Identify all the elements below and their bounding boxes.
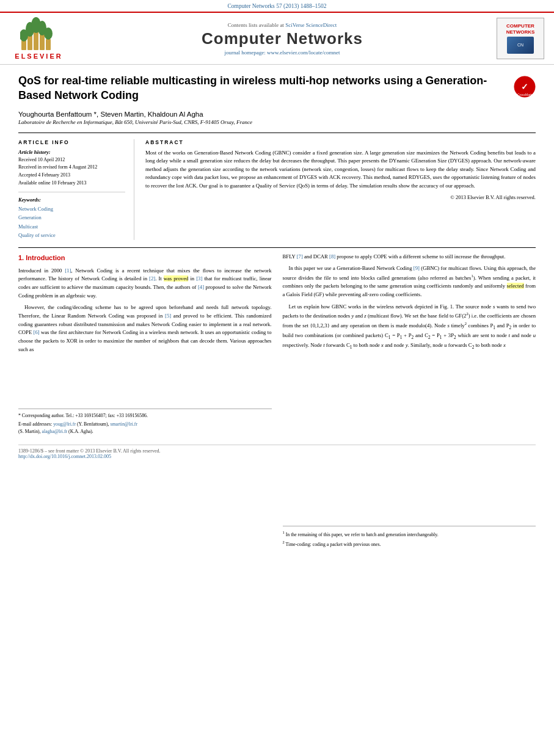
- svg-rect-0: [21, 40, 26, 50]
- footnote-3: 1 In the remaining of this paper, we ref…: [283, 529, 536, 538]
- history-label: Article history:: [18, 149, 125, 155]
- keyword-3[interactable]: Multicast: [18, 222, 125, 231]
- ref-4[interactable]: [4]: [198, 284, 204, 290]
- svg-rect-2: [34, 31, 38, 50]
- ref-1[interactable]: [1]: [65, 267, 71, 274]
- cn-logo-box: ComputerNetworks CN: [497, 18, 544, 59]
- received-date: Received 10 April 2012: [18, 156, 125, 164]
- footnote-2: E-mail addresses: youg@lri.fr (Y. Benfat…: [18, 421, 272, 435]
- body-para-5: Let us explain how GBNC works in the wir…: [283, 303, 536, 351]
- journal-ref: Computer Networks 57 (2013) 1488–1502: [227, 3, 326, 9]
- sciverse-line: Contents lists available at SciVerse Sci…: [73, 22, 492, 28]
- ref-9[interactable]: [9]: [414, 265, 420, 271]
- body-col-right: BFLY [7] and DCAR [8] propose to apply C…: [283, 253, 536, 437]
- article-title: QoS for real-time reliable multicasting …: [18, 73, 508, 103]
- top-bar: Computer Networks 57 (2013) 1488–1502: [0, 0, 554, 12]
- footnote-section-right: 1 In the remaining of this paper, we ref…: [283, 526, 536, 548]
- history-section: Article history: Received 10 April 2012 …: [18, 149, 125, 187]
- keyword-4[interactable]: Quality of service: [18, 231, 125, 239]
- section-divider: [18, 247, 536, 248]
- body-para-1: Introduced in 2000 [1], Network Coding i…: [18, 267, 272, 300]
- abstract-text: Most of the works on Generation-Based Ne…: [145, 149, 536, 191]
- body-para-3: BFLY [7] and DCAR [8] propose to apply C…: [283, 253, 536, 261]
- keywords-section: Keywords: Network Coding Generation Mult…: [18, 197, 125, 240]
- body-col-left: 1. Introduction Introduced in 2000 [1], …: [18, 253, 272, 437]
- svg-rect-1: [27, 35, 32, 50]
- sciverse-link[interactable]: SciVerse ScienceDirect: [285, 22, 337, 28]
- ref-5[interactable]: [5]: [165, 313, 171, 319]
- svg-rect-4: [46, 39, 51, 50]
- issn-line: 1389-1286/$ – see front matter © 2013 El…: [18, 448, 536, 454]
- abstract-col: ABSTRACT Most of the works on Generation…: [145, 139, 536, 240]
- doi-link[interactable]: http://dx.doi.org/10.1016/j.comnet.2013.…: [18, 454, 111, 459]
- article-title-text: QoS for real-time reliable multicasting …: [18, 73, 508, 107]
- accepted-date: Accepted 4 February 2013: [18, 172, 125, 180]
- online-date: Available online 10 February 2013: [18, 180, 125, 187]
- footnote-4: 2 Time-coding: coding a packet with prev…: [283, 539, 536, 548]
- keywords-label: Keywords:: [18, 197, 125, 203]
- elsevier-label: ELSEVIER: [15, 53, 62, 60]
- article-info-title: ARTICLE INFO: [18, 139, 125, 145]
- elsevier-tree-icon: [20, 17, 58, 51]
- main-content: QoS for real-time reliable multicasting …: [0, 65, 554, 464]
- body-content: 1. Introduction Introduced in 2000 [1], …: [18, 253, 536, 437]
- elsevier-logo: ELSEVIER: [10, 17, 68, 60]
- revised-date: Received in revised form 4 August 2012: [18, 164, 125, 172]
- body-para-2: However, the coding/decoding scheme has …: [18, 303, 272, 354]
- ref-7[interactable]: [7]: [297, 253, 303, 260]
- ref-2[interactable]: [2]: [149, 275, 155, 282]
- info-divider: [18, 192, 125, 192]
- selected-highlight: selected: [507, 283, 524, 289]
- section1-heading: 1. Introduction: [18, 253, 272, 263]
- ref-3[interactable]: [3]: [196, 275, 202, 282]
- svg-rect-3: [40, 34, 45, 50]
- body-para-4: In this paper we use a Generation-Based …: [283, 264, 536, 299]
- article-title-section: QoS for real-time reliable multicasting …: [18, 73, 536, 107]
- ref-6[interactable]: [6]: [34, 329, 40, 335]
- keyword-2[interactable]: Generation: [18, 213, 125, 222]
- footnote-1: * Corresponding author. Tel.: +33 169156…: [18, 412, 272, 420]
- keyword-1[interactable]: Network Coding: [18, 205, 125, 213]
- footnote-section-left: * Corresponding author. Tel.: +33 169156…: [18, 409, 272, 435]
- article-info-col: ARTICLE INFO Article history: Received 1…: [18, 139, 134, 240]
- svg-text:CrossMark: CrossMark: [517, 93, 533, 96]
- crossmark-icon[interactable]: ✓ CrossMark: [514, 76, 536, 99]
- authors: Youghourta Benfattoum *, Steven Martin, …: [18, 111, 203, 118]
- journal-homepage: journal homepage: www.elsevier.com/locat…: [73, 49, 492, 56]
- journal-header: ELSEVIER Contents lists available at Sci…: [0, 12, 554, 65]
- copyright-notice: © 2013 Elsevier B.V. All rights reserved…: [145, 194, 536, 200]
- doi-line: http://dx.doi.org/10.1016/j.comnet.2013.…: [18, 454, 536, 459]
- article-info-abstract: ARTICLE INFO Article history: Received 1…: [18, 133, 536, 240]
- svg-text:✓: ✓: [521, 82, 528, 92]
- abstract-title: ABSTRACT: [145, 139, 536, 145]
- was-proved-highlight: was proved: [164, 275, 189, 282]
- ref-8[interactable]: [8]: [329, 253, 335, 260]
- journal-title-center: Contents lists available at SciVerse Sci…: [73, 22, 492, 56]
- svg-point-9: [44, 27, 53, 40]
- journal-name: Computer Networks: [73, 29, 492, 48]
- affiliation: Laboratoire de Recherche en Informatique…: [18, 119, 536, 125]
- bottom-bar: 1389-1286/$ – see front matter © 2013 El…: [18, 445, 536, 459]
- authors-line: Youghourta Benfattoum *, Steven Martin, …: [18, 111, 536, 118]
